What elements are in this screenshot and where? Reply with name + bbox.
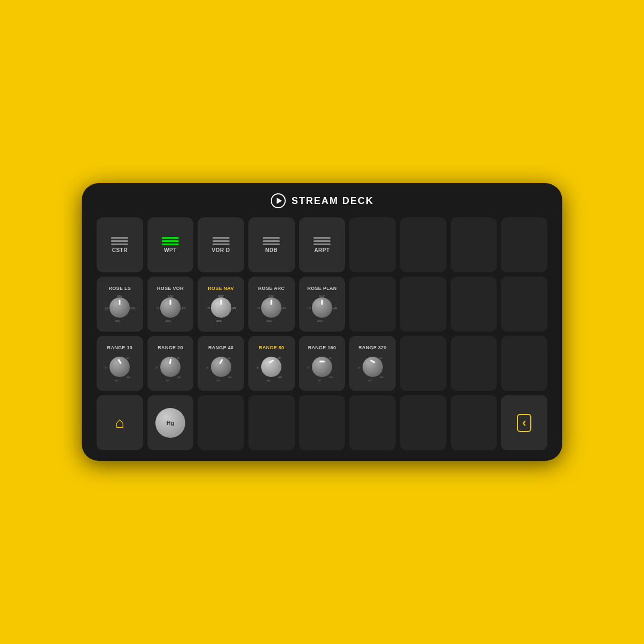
hg-label: Hg [167, 420, 175, 426]
btn-range10[interactable]: RANGE 10 10 20 160 320 [97, 336, 143, 391]
hg-knob-circle: Hg [155, 408, 185, 438]
roseplan-indicator [321, 300, 323, 305]
svg-text:LS: LS [156, 307, 160, 310]
hg-knob-wrap: Hg hPa Hg [154, 407, 186, 439]
btn-vord[interactable]: VOR D [198, 217, 244, 272]
rosearc-knob: LS PLAN NAV ARC [256, 292, 287, 323]
btn-range320[interactable]: RANGE 320 10 20 160 320 [349, 336, 396, 391]
rosearc-label: ROSE ARC [258, 286, 285, 291]
menu-lines-arpt [313, 237, 331, 245]
button-grid: CSTR WPT VOR D NDB ARPT [97, 217, 547, 450]
svg-marker-1 [277, 198, 282, 204]
svg-text:320: 320 [115, 379, 119, 382]
btn-range40[interactable]: RANGE 40 10 20 160 320 [198, 336, 244, 391]
btn-roseplan[interactable]: ROSE PLAN LS PLAN NAV ARC [299, 277, 345, 332]
btn-hg[interactable]: Hg hPa Hg [147, 395, 194, 450]
stream-deck-logo [270, 193, 286, 209]
svg-text:ARC: ARC [216, 319, 222, 323]
svg-text:20: 20 [278, 357, 281, 359]
empty-r3-8 [451, 336, 497, 391]
empty-r3-9 [501, 336, 547, 391]
svg-text:20: 20 [127, 357, 129, 359]
rosenav-inner [211, 297, 231, 318]
range160-knob: 10 20 160 320 [307, 351, 337, 382]
svg-text:320: 320 [166, 379, 169, 382]
empty-r3-7 [400, 336, 446, 391]
range20-inner [160, 357, 180, 377]
empty-r1-6 [349, 217, 396, 272]
svg-text:ARC: ARC [166, 319, 171, 323]
arpt-label: ARPT [314, 247, 329, 253]
rosevOR-knob: LS PLAN NAV ARC [155, 292, 186, 323]
range10-indicator [118, 358, 122, 364]
svg-text:20: 20 [228, 357, 231, 359]
range40-label: RANGE 40 [208, 345, 233, 350]
btn-range160[interactable]: RANGE 160 10 20 160 320 [299, 336, 345, 391]
empty-r1-7 [400, 217, 446, 272]
btn-rosearc[interactable]: ROSE ARC LS PLAN NAV ARC [248, 277, 295, 332]
svg-text:20: 20 [177, 357, 180, 359]
svg-text:320: 320 [317, 379, 321, 382]
roseplan-inner [312, 297, 332, 318]
range10-inner [109, 357, 130, 377]
empty-r1-8 [451, 217, 497, 272]
svg-text:10: 10 [307, 366, 310, 369]
rosels-knob: LS PLAN NAV ARC [104, 292, 135, 323]
svg-text:20: 20 [329, 357, 332, 359]
vord-label: VOR D [212, 247, 230, 253]
roseplan-label: ROSE PLAN [307, 286, 336, 291]
range80-inner [261, 357, 281, 377]
btn-wpt[interactable]: WPT [147, 217, 194, 272]
empty-r2-9 [501, 277, 547, 332]
empty-r2-7 [400, 277, 446, 332]
btn-back[interactable]: ‹ [501, 395, 547, 450]
rosearc-indicator [271, 300, 272, 305]
empty-r2-6 [349, 277, 396, 332]
svg-text:LS: LS [308, 307, 311, 310]
btn-rosevOR[interactable]: ROSE VOR LS PLAN NAV ARC [147, 277, 194, 332]
svg-text:ARC: ARC [317, 319, 323, 323]
svg-text:160: 160 [380, 376, 383, 379]
btn-range20[interactable]: RANGE 20 10 20 160 320 [147, 336, 194, 391]
svg-text:10: 10 [155, 366, 158, 369]
svg-text:160: 160 [278, 376, 282, 379]
range20-knob: 10 20 160 320 [155, 351, 186, 382]
device-header: STREAM DECK [270, 193, 374, 209]
range80-indicator [269, 359, 274, 364]
rosels-inner [109, 297, 130, 318]
range160-inner [312, 357, 332, 377]
rosenav-label: ROSE NAV [208, 286, 234, 291]
roseplan-knob: LS PLAN NAV ARC [307, 292, 337, 323]
svg-text:160: 160 [127, 376, 130, 379]
btn-cstr[interactable]: CSTR [97, 217, 143, 272]
svg-text:ARC: ARC [115, 319, 121, 323]
range40-inner [211, 357, 231, 377]
btn-home[interactable]: ⌂ [97, 395, 143, 450]
menu-lines-cstr [111, 237, 128, 245]
range40-indicator [219, 358, 223, 364]
btn-arpt[interactable]: ARPT [299, 217, 345, 272]
range160-indicator [319, 360, 325, 362]
menu-lines-ndb [263, 237, 280, 245]
back-icon: ‹ [517, 414, 531, 432]
home-icon: ⌂ [115, 414, 124, 431]
empty-r4-3 [198, 395, 244, 450]
range40-knob: 10 20 160 320 [206, 351, 237, 382]
ndb-label: NDB [265, 247, 278, 253]
svg-text:320: 320 [368, 379, 372, 382]
device-title: STREAM DECK [292, 195, 374, 207]
range10-label: RANGE 10 [107, 345, 132, 350]
range10-knob: 10 20 160 320 [104, 351, 135, 382]
svg-text:ARC: ARC [266, 319, 272, 323]
empty-r2-8 [451, 277, 497, 332]
empty-r4-8 [451, 395, 497, 450]
btn-rosels[interactable]: ROSE LS LS PLAN NAV ARC [97, 277, 143, 332]
cstr-label: CSTR [112, 247, 128, 253]
rosenav-indicator [220, 300, 222, 305]
svg-text:LS: LS [257, 307, 261, 310]
btn-range80[interactable]: RANGE 80 10 20 160 320 [248, 336, 295, 391]
btn-ndb[interactable]: NDB [248, 217, 295, 272]
btn-rosenav[interactable]: ROSE NAV LS PLAN NAV ARC [198, 277, 244, 332]
range320-inner [363, 357, 383, 377]
empty-r4-5 [299, 395, 345, 450]
